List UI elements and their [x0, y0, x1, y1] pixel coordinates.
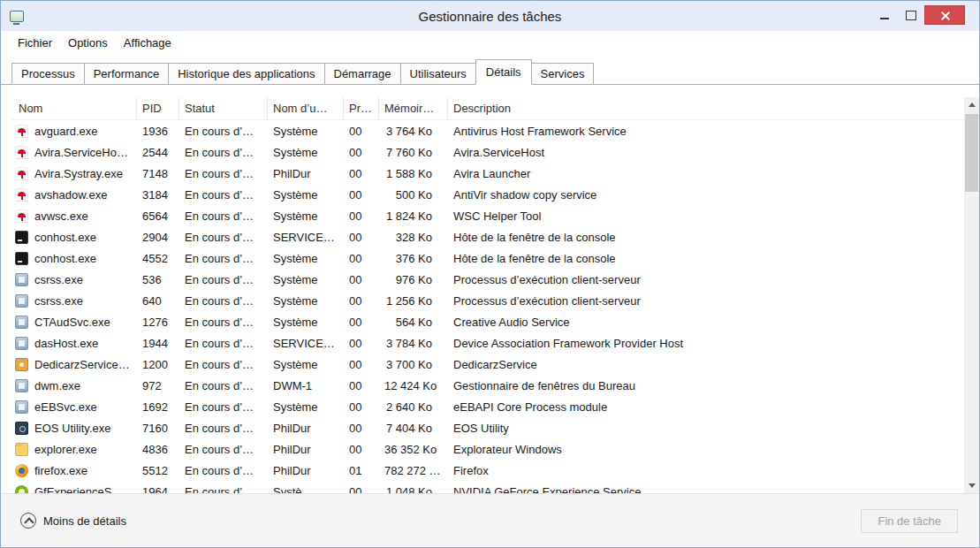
cell-memory: 36 352 Ko	[379, 443, 448, 456]
cell-pid: 5512	[137, 464, 179, 477]
table-row[interactable]: csrss.exe536En cours d’…Système00976 KoP…	[11, 269, 964, 290]
table-row[interactable]: dasHost.exe1944En cours d’…SERVICE…003 7…	[11, 332, 964, 354]
cell-description: NVIDIA GeForce Experience Service	[448, 485, 964, 494]
cell-cpu: 00	[344, 358, 379, 371]
table-row[interactable]: conhost.exe2904En cours d’…SERVICE…00328…	[11, 226, 964, 247]
window-icon	[15, 379, 28, 392]
scroll-up-icon[interactable]	[964, 97, 979, 112]
cell-memory: 376 Ko	[379, 252, 448, 265]
table-row[interactable]: EOS Utility.exe7160En cours d’…PhilDur00…	[11, 417, 964, 438]
process-name: eEBSvc.exe	[34, 400, 97, 414]
cell-user: Système	[268, 188, 344, 202]
cell-name: firefox.exe	[11, 464, 137, 477]
table-row[interactable]: DedicarzService…1200En cours d’…Système0…	[11, 354, 964, 375]
table-row[interactable]: csrss.exe640En cours d’…Système001 256 K…	[11, 290, 964, 311]
cell-user: PhilDur	[268, 443, 344, 456]
task-manager-window: Gestionnaire des tâches FichierOptionsAf…	[0, 0, 980, 548]
tab-démarrage[interactable]: Démarrage	[324, 63, 401, 84]
table-row[interactable]: avguard.exe1936En cours d’…Système003 76…	[11, 120, 964, 141]
table-row[interactable]: Avira.Systray.exe7148En cours d’…PhilDur…	[11, 163, 964, 184]
cell-description: Processus d’exécution client-serveur	[448, 273, 964, 286]
firefox-icon	[15, 464, 28, 477]
cell-memory: 1 588 Ko	[379, 167, 448, 180]
console-icon	[15, 252, 28, 265]
cell-description: Avira Launcher	[448, 167, 964, 180]
tab-historique-des-applications[interactable]: Historique des applications	[168, 63, 324, 84]
tab-utilisateurs[interactable]: Utilisateurs	[400, 63, 476, 84]
window-icon	[15, 294, 28, 308]
tab-services[interactable]: Services	[531, 63, 595, 84]
table-row[interactable]: firefox.exe5512En cours d’…PhilDur01782 …	[11, 460, 964, 481]
column-header-description[interactable]: Description	[448, 97, 964, 119]
cell-status: En cours d’…	[179, 422, 268, 435]
column-header-status[interactable]: Statut	[179, 97, 268, 119]
dedicarz-icon	[15, 358, 28, 371]
end-task-button[interactable]: Fin de tâche	[861, 509, 958, 533]
tab-détails[interactable]: Détails	[475, 59, 532, 85]
cell-user: Système	[268, 273, 344, 286]
process-name: conhost.exe	[34, 231, 96, 244]
scroll-down-icon[interactable]	[964, 478, 979, 493]
table-row[interactable]: explorer.exe4836En cours d’…PhilDur0036 …	[11, 438, 964, 460]
cell-cpu: 00	[344, 125, 379, 138]
cell-cpu: 00	[344, 443, 379, 456]
details-toggle-label: Moins de détails	[43, 514, 126, 528]
cell-status: En cours d’…	[179, 379, 268, 392]
window-icon	[15, 316, 28, 329]
cell-status: En cours d’…	[179, 400, 268, 414]
column-header-user[interactable]: Nom d’u…	[268, 97, 344, 119]
cell-memory: 500 Ko	[379, 188, 448, 202]
cell-status: En cours d’…	[179, 485, 268, 494]
column-header-pid[interactable]: PID	[137, 97, 179, 119]
cell-user: Système	[268, 252, 344, 265]
table-row[interactable]: avwsc.exe6564En cours d’…Système001 824 …	[11, 205, 964, 226]
process-name: dasHost.exe	[34, 337, 98, 350]
table-row[interactable]: Avira.ServiceHo…2544En cours d’…Système0…	[11, 141, 964, 163]
table-row[interactable]: avshadow.exe3184En cours d’…Système00500…	[11, 184, 964, 205]
tab-performance[interactable]: Performance	[84, 63, 169, 84]
cell-user: PhilDur	[268, 464, 344, 477]
cell-status: En cours d’…	[179, 188, 268, 202]
cell-user: PhilDur	[268, 167, 344, 180]
cell-cpu: 00	[344, 209, 379, 223]
cell-name: explorer.exe	[11, 443, 137, 456]
column-header-cpu[interactable]: Pr…	[344, 97, 379, 119]
cell-description: Creative Audio Service	[448, 316, 964, 329]
console-icon	[15, 231, 28, 244]
table-row[interactable]: CTAudSvc.exe1276En cours d’…Système00564…	[11, 311, 964, 332]
cell-name: avwsc.exe	[11, 209, 137, 223]
column-header-name[interactable]: Nom	[11, 97, 137, 119]
close-button[interactable]	[924, 5, 965, 25]
table-row[interactable]: eEBSvc.exe1692En cours d’…Système002 640…	[11, 396, 964, 417]
tab-strip: ProcessusPerformanceHistorique des appli…	[1, 55, 979, 85]
table-row[interactable]: dwm.exe972En cours d’…DWM-10012 424 KoGe…	[11, 375, 964, 396]
menu-fichier[interactable]: Fichier	[10, 33, 60, 53]
process-name: DedicarzService…	[34, 358, 130, 371]
process-name: csrss.exe	[34, 294, 83, 308]
title-bar[interactable]: Gestionnaire des tâches	[1, 1, 979, 31]
details-toggle[interactable]: Moins de détails	[20, 513, 126, 529]
cell-description: Firefox	[448, 464, 964, 477]
scrollbar-thumb[interactable]	[965, 114, 978, 192]
cell-memory: 2 640 Ko	[379, 400, 448, 414]
folder-icon	[15, 443, 28, 456]
table-row[interactable]: conhost.exe4552En cours d’…Système00376 …	[11, 247, 964, 269]
cell-status: En cours d’…	[179, 316, 268, 329]
menu-affichage[interactable]: Affichage	[116, 33, 179, 53]
minimize-button[interactable]	[871, 5, 898, 25]
cell-memory: 564 Ko	[379, 316, 448, 329]
cell-pid: 1276	[137, 316, 179, 329]
menu-options[interactable]: Options	[60, 33, 116, 53]
tab-processus[interactable]: Processus	[11, 63, 85, 84]
cell-user: Système	[268, 146, 344, 159]
vertical-scrollbar[interactable]	[964, 97, 979, 493]
cell-status: En cours d’…	[179, 167, 268, 180]
column-header-memory[interactable]: Mémoir…	[379, 97, 448, 119]
maximize-button[interactable]	[898, 5, 924, 25]
cell-pid: 7148	[137, 167, 179, 180]
cell-pid: 1692	[137, 400, 179, 414]
cell-user: Système	[268, 400, 344, 414]
cell-description: Device Association Framework Provider Ho…	[448, 337, 964, 350]
cell-user: SERVICE…	[268, 231, 344, 244]
table-row[interactable]: GfExperienceS…1964En cours d’…Systè…001 …	[11, 481, 964, 493]
